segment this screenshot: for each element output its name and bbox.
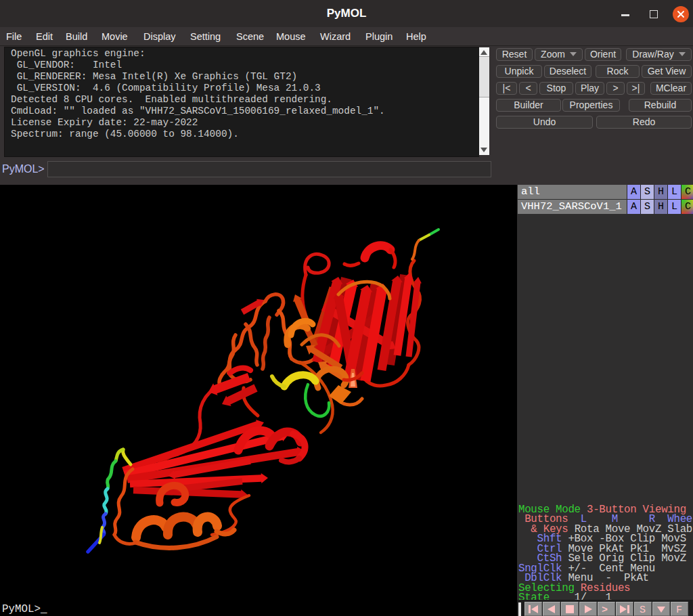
svg-text:F: F [676,605,682,614]
svg-text:>: > [602,605,608,614]
svg-text:S: S [640,605,646,614]
